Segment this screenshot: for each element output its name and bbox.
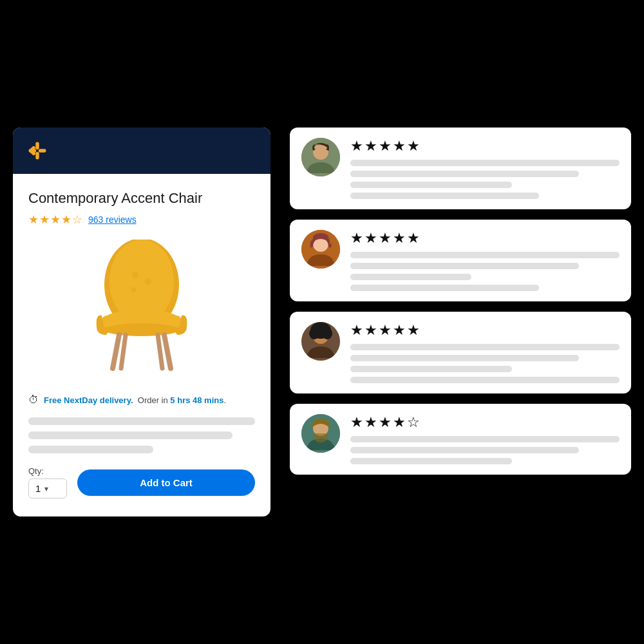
svg-point-25 [309,328,319,339]
option-bar-2 [28,431,232,439]
review-card-3: ★★★★★ [290,312,631,393]
product-header [13,128,270,174]
review-line [350,355,579,361]
reviewer-avatar-3 [301,322,340,361]
svg-point-8 [132,272,138,278]
review-line [350,252,620,258]
svg-rect-0 [35,142,39,149]
review-content-3: ★★★★★ [350,322,620,383]
review-line [350,171,579,177]
delivery-icon: ⏱ [28,394,39,406]
review-lines-3 [350,344,620,383]
review-lines-1 [350,160,620,199]
review-line [350,263,579,269]
option-bar-1 [28,417,255,425]
review-card-1: ★★★★★ [290,128,631,209]
reviewer-avatar-1 [301,138,340,176]
review-line [350,193,539,199]
qty-value: 1 [35,483,41,494]
review-content-1: ★★★★★ [350,138,620,199]
product-title: Contemporary Accent Chair [28,189,255,208]
review-line [350,377,620,383]
delivery-info: ⏱ Free NextDay delivery. Order in 5 hrs … [28,394,255,406]
review-card-2: ★★★★★ [290,220,631,301]
product-card: Contemporary Accent Chair ★★★★☆ 963 revi… [13,128,270,517]
chair-svg [77,240,206,381]
delivery-time: 5 hrs 48 mins [170,395,223,405]
reviewer-avatar-2 [301,230,340,269]
svg-line-17 [158,335,162,368]
review-stars-4: ★★★★☆ [350,414,620,431]
review-stars-2: ★★★★★ [350,230,620,247]
svg-point-10 [131,287,137,292]
option-bar-3 [28,446,153,453]
product-options [28,417,255,453]
qty-cart-row: Qty: 1 ▾ Add to Cart [28,466,255,498]
svg-rect-3 [39,149,46,152]
qty-label: Qty: [28,466,67,476]
delivery-label: NextDay delivery. [64,395,133,405]
reviews-column: ★★★★★ ★★★★★ [290,128,631,475]
delivery-free: Free [44,395,61,405]
main-layout: Contemporary Accent Chair ★★★★☆ 963 revi… [13,115,631,530]
chevron-down-icon: ▾ [44,484,48,493]
svg-point-9 [145,278,151,285]
walmart-spark-icon [26,139,49,162]
rating-row: ★★★★☆ 963 reviews [28,213,255,227]
add-to-cart-button[interactable]: Add to Cart [77,469,255,496]
review-line [350,436,620,442]
walmart-logo [26,139,49,162]
review-count[interactable]: 963 reviews [88,214,137,225]
svg-point-13 [104,323,179,336]
delivery-text: Free NextDay delivery. Order in 5 hrs 48… [44,395,226,405]
review-stars-1: ★★★★★ [350,138,620,155]
review-stars-3: ★★★★★ [350,322,620,339]
qty-wrapper: Qty: 1 ▾ [28,466,67,498]
review-card-4: ★★★★☆ [290,404,631,475]
svg-rect-1 [35,152,39,160]
review-lines-2 [350,252,620,291]
review-content-2: ★★★★★ [350,230,620,291]
product-image [28,240,255,381]
review-line [350,458,512,464]
reviewer-avatar-4 [301,414,340,453]
review-line [350,182,512,188]
review-line [350,274,471,280]
review-line [350,344,620,350]
product-body: Contemporary Accent Chair ★★★★☆ 963 revi… [13,174,270,517]
svg-point-26 [322,328,332,339]
svg-line-15 [164,335,171,368]
svg-line-16 [121,335,126,368]
review-line [350,285,539,291]
review-lines-4 [350,436,620,464]
review-content-4: ★★★★☆ [350,414,620,464]
review-line [350,160,620,166]
review-line [350,366,512,372]
svg-line-14 [113,335,119,368]
review-line [350,447,579,453]
qty-select[interactable]: 1 ▾ [28,478,67,498]
product-stars: ★★★★☆ [28,213,83,227]
